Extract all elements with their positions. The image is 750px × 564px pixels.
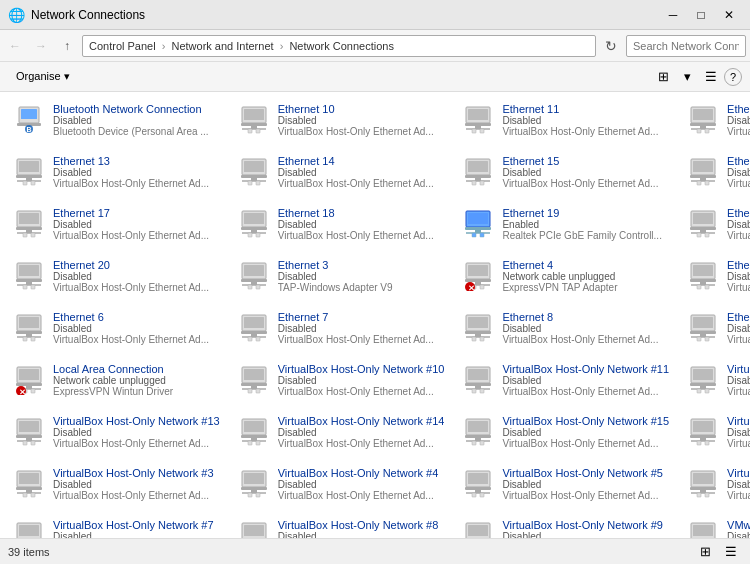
status-bar: 39 items ⊞ ☰ [0, 538, 750, 564]
close-button[interactable]: ✕ [716, 5, 742, 25]
view-detail-button[interactable]: ☰ [700, 66, 722, 88]
list-item[interactable]: Ethernet 9DisabledVirtualBox Host-Only E… [678, 304, 750, 356]
network-info: Bluetooth Network ConnectionDisabledBlue… [53, 103, 220, 137]
list-item[interactable]: ✕ Local Area ConnectionNetwork cable unp… [4, 356, 229, 408]
network-status: Disabled [278, 479, 445, 490]
network-status: Disabled [727, 271, 750, 282]
network-status: Disabled [727, 323, 750, 334]
svg-rect-125 [248, 337, 252, 341]
refresh-button[interactable]: ↻ [600, 35, 622, 57]
network-name: VirtualBox Host-Only Network #10 [278, 363, 445, 375]
svg-rect-15 [465, 123, 491, 126]
list-item[interactable]: Ethernet 5DisabledVirtualBox Host-Only E… [678, 252, 750, 304]
list-item[interactable]: Ethernet 14DisabledVirtualBox Host-Only … [229, 148, 454, 200]
svg-rect-54 [705, 181, 709, 185]
svg-rect-78 [690, 227, 716, 230]
svg-rect-222 [690, 487, 716, 490]
list-item[interactable]: B Bluetooth Network ConnectionDisabledBl… [4, 96, 229, 148]
list-item[interactable]: Ethernet 11DisabledVirtualBox Host-Only … [453, 96, 678, 148]
network-info: Ethernet 4Network cable unpluggedExpress… [502, 259, 669, 293]
network-status: Disabled [278, 375, 445, 386]
list-item[interactable]: VirtualBox Host-Only Network #11Disabled… [453, 356, 678, 408]
maximize-button[interactable]: □ [688, 5, 714, 25]
network-icon [13, 519, 45, 538]
network-status: Network cable unplugged [502, 271, 669, 282]
list-item[interactable]: Ethernet 10DisabledVirtualBox Host-Only … [229, 96, 454, 148]
list-item[interactable]: Ethernet 7DisabledVirtualBox Host-Only E… [229, 304, 454, 356]
minimize-button[interactable]: ─ [660, 5, 686, 25]
list-item[interactable]: Ethernet 15DisabledVirtualBox Host-Only … [453, 148, 678, 200]
list-item[interactable]: VirtualBox Host-Only Network #5DisabledV… [453, 460, 678, 512]
list-item[interactable]: Ethernet 17DisabledVirtualBox Host-Only … [4, 200, 229, 252]
svg-rect-169 [697, 389, 701, 393]
list-item[interactable]: VirtualBox Host-Only Network #15Disabled… [453, 408, 678, 460]
svg-rect-170 [705, 389, 709, 393]
svg-rect-129 [465, 331, 491, 334]
address-input[interactable]: Control Panel › Network and Internet › N… [82, 35, 596, 57]
svg-rect-70 [468, 213, 488, 224]
list-item[interactable]: VirtualBox Host-Only Network #8DisabledV… [229, 512, 454, 538]
network-desc: VirtualBox Host-Only Ethernet Ad... [727, 334, 750, 345]
list-item[interactable]: Ethernet 3DisabledTAP-Windows Adapter V9 [229, 252, 454, 304]
network-desc: VirtualBox Host-Only Ethernet Ad... [53, 230, 220, 241]
up-button[interactable]: ↑ [56, 35, 78, 57]
network-name: Ethernet 13 [53, 155, 220, 167]
network-info: Ethernet 17DisabledVirtualBox Host-Only … [53, 207, 220, 241]
list-item[interactable]: Ethernet 20DisabledVirtualBox Host-Only … [4, 252, 229, 304]
network-name: Ethernet 9 [727, 311, 750, 323]
help-button[interactable]: ? [724, 68, 742, 86]
list-item[interactable]: VirtualBox Host-Only Network #3DisabledV… [4, 460, 229, 512]
network-name: VirtualBox Host-Only Network #3 [53, 467, 220, 479]
network-icon [462, 311, 494, 343]
network-name: VirtualBox Host-Only Network #5 [502, 467, 669, 479]
svg-rect-133 [480, 337, 484, 341]
sep2: › [280, 40, 287, 52]
network-icon [13, 415, 45, 447]
list-item[interactable]: VirtualBox Host-Only Network #6DisabledV… [678, 460, 750, 512]
network-name: Ethernet 5 [727, 259, 750, 271]
list-item[interactable]: Ethernet 2DisabledVirtualBox Host-Only E… [678, 200, 750, 252]
list-item[interactable]: Ethernet 18DisabledVirtualBox Host-Only … [229, 200, 454, 252]
list-item[interactable]: Ethernet 13DisabledVirtualBox Host-Only … [4, 148, 229, 200]
list-item[interactable]: Ethernet 12DisabledVirtualBox Host-Only … [678, 96, 750, 148]
search-input[interactable] [626, 35, 746, 57]
list-item[interactable]: VirtualBox Host-Only Network #14Disabled… [229, 408, 454, 460]
list-item[interactable]: VirtualBox Host-Only Network #9DisabledV… [453, 512, 678, 538]
status-view-btn-1[interactable]: ⊞ [694, 541, 716, 563]
list-item[interactable]: VirtualBox Host-Only Network #2DisabledV… [678, 408, 750, 460]
list-item[interactable]: ✕ Ethernet 4Network cable unpluggedExpre… [453, 252, 678, 304]
list-item[interactable]: Ethernet 19EnabledRealtek PCIe GbE Famil… [453, 200, 678, 252]
back-button[interactable]: ← [4, 35, 26, 57]
network-desc: VirtualBox Host-Only Ethernet Ad... [727, 178, 750, 189]
svg-rect-139 [697, 337, 701, 341]
forward-button[interactable]: → [30, 35, 52, 57]
list-item[interactable]: VirtualBox Host-Only Network #12Disabled… [678, 356, 750, 408]
svg-rect-207 [244, 473, 264, 484]
list-item[interactable]: VMware Network Adapter VMnet1DisabledVMw… [678, 512, 750, 538]
view-dropdown-button[interactable]: ▾ [676, 66, 698, 88]
network-desc: VirtualBox Host-Only Ethernet Ad... [727, 438, 750, 449]
list-item[interactable]: Ethernet 8DisabledVirtualBox Host-Only E… [453, 304, 678, 356]
list-item[interactable]: Ethernet 16DisabledVirtualBox Host-Only … [678, 148, 750, 200]
network-status: Disabled [53, 531, 220, 538]
list-item[interactable]: VirtualBox Host-Only Network #7DisabledV… [4, 512, 229, 538]
list-item[interactable]: VirtualBox Host-Only Network #4DisabledV… [229, 460, 454, 512]
network-desc: VirtualBox Host-Only Ethernet Ad... [502, 334, 669, 345]
svg-rect-22 [690, 123, 716, 126]
svg-rect-197 [697, 441, 701, 445]
main-content[interactable]: B Bluetooth Network ConnectionDisabledBl… [0, 92, 750, 538]
svg-rect-215 [465, 487, 491, 490]
status-view-btn-2[interactable]: ☰ [720, 541, 742, 563]
network-desc: TAP-Windows Adapter V9 [278, 282, 445, 293]
network-status: Disabled [502, 115, 669, 126]
network-info: VirtualBox Host-Only Network #14Disabled… [278, 415, 445, 449]
view-large-icon-button[interactable]: ⊞ [652, 66, 674, 88]
network-icon [238, 519, 270, 538]
list-item[interactable]: VirtualBox Host-Only Network #13Disabled… [4, 408, 229, 460]
svg-rect-61 [31, 233, 35, 237]
organise-button[interactable]: Organise ▾ [8, 66, 78, 88]
svg-rect-50 [690, 175, 716, 178]
list-item[interactable]: VirtualBox Host-Only Network #10Disabled… [229, 356, 454, 408]
list-item[interactable]: Ethernet 6DisabledVirtualBox Host-Only E… [4, 304, 229, 356]
network-desc: VirtualBox Host-Only Ethernet Ad... [502, 438, 669, 449]
